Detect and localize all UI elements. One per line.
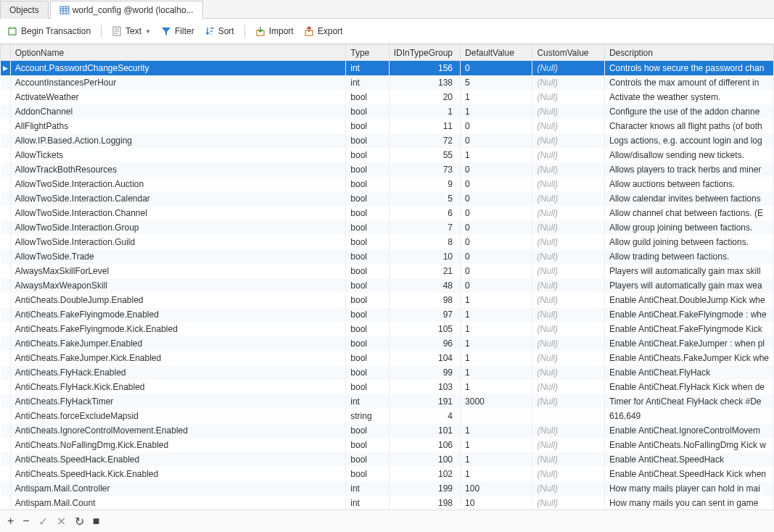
cell-custom[interactable]: (Null) [532, 467, 604, 481]
cell-default[interactable]: 1 [461, 452, 532, 467]
cell-type[interactable]: bool [346, 351, 389, 365]
cell-id[interactable]: 48 [389, 278, 460, 293]
cell-type[interactable]: bool [346, 206, 389, 220]
cell-id[interactable]: 198 [389, 496, 460, 510]
table-row[interactable]: AllowTwoSide.Interaction.Groupbool70(Nul… [1, 220, 774, 235]
cell-default[interactable] [461, 409, 532, 423]
cell-custom[interactable]: (Null) [532, 365, 604, 380]
cell-optionname[interactable]: AntiCheats.FlyHack.Enabled [10, 365, 346, 380]
cell-custom[interactable]: (Null) [532, 293, 604, 307]
cell-optionname[interactable]: AntiCheats.IgnoreControlMovement.Enabled [10, 423, 346, 438]
cell-custom[interactable] [532, 409, 604, 423]
cell-description[interactable]: Enable AntiCheats.FakeJumper Kick whe [604, 351, 773, 365]
cell-id[interactable]: 6 [389, 206, 460, 220]
cell-type[interactable]: bool [346, 90, 389, 104]
cell-custom[interactable]: (Null) [532, 264, 604, 278]
cell-type[interactable]: bool [346, 293, 389, 307]
cell-id[interactable]: 4 [389, 409, 460, 423]
cell-type[interactable]: bool [346, 119, 389, 133]
cell-type[interactable]: bool [346, 438, 389, 452]
cell-default[interactable]: 0 [461, 119, 532, 133]
cell-type[interactable]: int [346, 75, 389, 90]
cell-description[interactable]: Enable AntiCheat.FakeJumper : when pl [604, 336, 773, 351]
cell-optionname[interactable]: AllowTwoSide.Interaction.Group [10, 220, 346, 235]
cell-optionname[interactable]: ActivateWeather [10, 90, 346, 104]
cell-description[interactable]: Allow trading between factions. [604, 249, 773, 264]
cell-default[interactable]: 1 [461, 104, 532, 119]
cell-optionname[interactable]: AntiCheats.FakeFlyingmode.Enabled [10, 307, 346, 322]
cell-custom[interactable]: (Null) [532, 104, 604, 119]
cell-id[interactable]: 102 [389, 467, 460, 481]
table-row[interactable]: AntiCheats.FlyHack.Kick.Enabledbool1031(… [1, 380, 774, 394]
cell-custom[interactable]: (Null) [532, 307, 604, 322]
table-row[interactable]: ActivateWeatherbool201(Null)Activate the… [1, 90, 774, 104]
cell-custom[interactable]: (Null) [532, 322, 604, 336]
cell-optionname[interactable]: AllowTwoSide.Interaction.Calendar [10, 191, 346, 206]
cell-type[interactable]: bool [346, 322, 389, 336]
cell-type[interactable]: bool [346, 162, 389, 177]
cell-description[interactable]: Controls how secure the password chan [604, 61, 773, 75]
header-default[interactable]: DefaultValue [461, 45, 532, 61]
cell-custom[interactable]: (Null) [532, 119, 604, 133]
cell-default[interactable]: 1 [461, 307, 532, 322]
cell-type[interactable]: bool [346, 249, 389, 264]
cell-id[interactable]: 105 [389, 322, 460, 336]
cell-optionname[interactable]: AllowTwoSide.Trade [10, 249, 346, 264]
table-row[interactable]: AntiCheats.FakeJumper.Enabledbool961(Nul… [1, 336, 774, 351]
cell-type[interactable]: bool [346, 380, 389, 394]
table-row[interactable]: AntiCheats.FlyHackTimerint1913000(Null)T… [1, 394, 774, 409]
header-custom[interactable]: CustomValue [532, 45, 604, 61]
cell-optionname[interactable]: AllowTrackBothResources [10, 162, 346, 177]
cell-default[interactable]: 1 [461, 423, 532, 438]
table-row[interactable]: AllowTrackBothResourcesbool730(Null)Allo… [1, 162, 774, 177]
refresh-button[interactable]: ↻ [75, 515, 84, 528]
cell-optionname[interactable]: AllowTwoSide.Interaction.Auction [10, 177, 346, 191]
cell-description[interactable]: Enable AntiCheat.FakeFlyingmode : whe [604, 307, 773, 322]
cell-custom[interactable]: (Null) [532, 336, 604, 351]
cell-type[interactable]: bool [346, 452, 389, 467]
cell-optionname[interactable]: AlwaysMaxSkillForLevel [10, 264, 346, 278]
table-row[interactable]: AlwaysMaxWeaponSkillbool480(Null)Players… [1, 278, 774, 293]
cell-description[interactable]: Enable AntiCheat.FlyHack Kick when de [604, 380, 773, 394]
cell-custom[interactable]: (Null) [532, 220, 604, 235]
table-row[interactable]: AccountInstancesPerHourint1385(Null)Cont… [1, 75, 774, 90]
cell-description[interactable]: Enable AntiCheat.FakeFlyingmode Kick [604, 322, 773, 336]
table-row[interactable]: AntiCheats.SpeedHack.Kick.Enabledbool102… [1, 467, 774, 481]
table-row[interactable]: Antispam.Mail.Controllerint199100(Null)H… [1, 481, 774, 496]
cell-description[interactable]: Enable AntiCheat.IgnoreControlMovem [604, 423, 773, 438]
cell-optionname[interactable]: AntiCheats.SpeedHack.Kick.Enabled [10, 467, 346, 481]
cell-optionname[interactable]: AntiCheats.DoubleJump.Enabled [10, 293, 346, 307]
table-row[interactable]: AllFlightPathsbool110(Null)Character kno… [1, 119, 774, 133]
cell-default[interactable]: 0 [461, 249, 532, 264]
cell-description[interactable]: Players will automatically gain max wea [604, 278, 773, 293]
table-row[interactable]: ▶Account.PasswordChangeSecurityint1560(N… [1, 61, 774, 75]
cell-custom[interactable]: (Null) [532, 148, 604, 162]
cell-description[interactable]: Configure the use of the addon channe [604, 104, 773, 119]
cell-type[interactable]: bool [346, 307, 389, 322]
table-row[interactable]: AntiCheats.forceExcludeMapsidstring4616,… [1, 409, 774, 423]
cell-custom[interactable]: (Null) [532, 278, 604, 293]
cell-optionname[interactable]: AddonChannel [10, 104, 346, 119]
cell-id[interactable]: 21 [389, 264, 460, 278]
cell-type[interactable]: int [346, 61, 389, 75]
cell-custom[interactable]: (Null) [532, 380, 604, 394]
cell-default[interactable]: 0 [461, 162, 532, 177]
header-description[interactable]: Description [604, 45, 773, 61]
cell-default[interactable]: 1 [461, 365, 532, 380]
cell-description[interactable]: Timer for AntiCheat FlyHack check #De [604, 394, 773, 409]
cell-default[interactable]: 0 [461, 177, 532, 191]
cell-custom[interactable]: (Null) [532, 191, 604, 206]
cell-type[interactable]: bool [346, 177, 389, 191]
cell-description[interactable]: Allows players to track herbs and miner [604, 162, 773, 177]
cell-custom[interactable]: (Null) [532, 452, 604, 467]
cell-custom[interactable]: (Null) [532, 90, 604, 104]
cell-id[interactable]: 103 [389, 380, 460, 394]
cell-description[interactable]: Allow group joining between factions. [604, 220, 773, 235]
cell-type[interactable]: bool [346, 278, 389, 293]
cell-id[interactable]: 98 [389, 293, 460, 307]
table-row[interactable]: AllowTwoSide.Interaction.Auctionbool90(N… [1, 177, 774, 191]
cell-description[interactable]: Logs actions, e.g. account login and log [604, 133, 773, 148]
table-row[interactable]: AntiCheats.DoubleJump.Enabledbool981(Nul… [1, 293, 774, 307]
cell-id[interactable]: 55 [389, 148, 460, 162]
stop-button[interactable]: ■ [93, 515, 100, 528]
